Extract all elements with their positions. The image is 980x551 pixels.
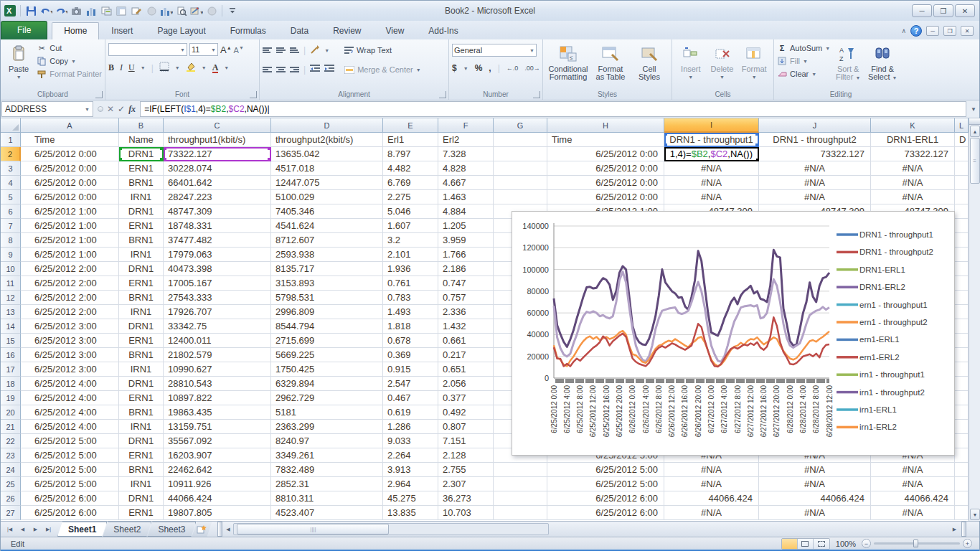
cell-L5[interactable] xyxy=(955,190,969,204)
number-dialog-launcher[interactable] xyxy=(533,91,540,98)
cell-L26[interactable] xyxy=(955,491,969,506)
cell-E20[interactable]: 0.619 xyxy=(383,405,438,420)
cell-B26[interactable]: DRN1 xyxy=(119,491,164,506)
zoom-in-icon[interactable]: + xyxy=(963,539,972,548)
undo-icon[interactable]: ▼ xyxy=(39,4,52,17)
cell-E17[interactable]: 0.915 xyxy=(383,362,438,377)
workbook-close-button[interactable]: ✕ xyxy=(961,26,974,36)
cell-L21[interactable] xyxy=(955,420,969,434)
cell-C14[interactable]: 33342.75 xyxy=(164,319,271,334)
cell-K25[interactable]: #N/A xyxy=(871,477,955,491)
cell-A9[interactable]: 6/25/2012 1:00 xyxy=(21,248,119,262)
cell-D21[interactable]: 2363.299 xyxy=(271,420,383,434)
increase-indent-icon[interactable] xyxy=(324,65,334,75)
cell-G2[interactable] xyxy=(494,147,547,161)
cell-D6[interactable]: 7405.346 xyxy=(271,204,383,219)
cell-C2[interactable]: 73322.127 xyxy=(164,147,271,161)
cell-L8[interactable] xyxy=(955,233,969,248)
cell-F20[interactable]: 0.492 xyxy=(438,405,494,420)
cell-F6[interactable]: 4.884 xyxy=(438,204,494,219)
first-sheet-icon[interactable]: |◀ xyxy=(4,524,16,535)
cell-L27[interactable] xyxy=(955,506,969,520)
cell-F9[interactable]: 1.766 xyxy=(438,248,494,262)
cell-J5[interactable]: #N/A xyxy=(759,190,871,204)
cell-G4[interactable] xyxy=(494,176,547,190)
cell-H27[interactable]: 6/25/2012 6:00 xyxy=(547,506,664,520)
format-painter-icon[interactable] xyxy=(130,4,143,17)
cell-C7[interactable]: 18748.331 xyxy=(164,219,271,233)
cell-B17[interactable]: IRN1 xyxy=(119,362,164,377)
cell-I25[interactable]: #N/A xyxy=(664,477,759,491)
cell-E5[interactable]: 2.275 xyxy=(383,190,438,204)
cell-E23[interactable]: 2.264 xyxy=(383,448,438,463)
cell-F21[interactable]: 0.807 xyxy=(438,420,494,434)
cell-E14[interactable]: 1.818 xyxy=(383,319,438,334)
cell-L10[interactable] xyxy=(955,262,969,276)
cell-G24[interactable] xyxy=(494,463,547,477)
cell-D11[interactable]: 3153.893 xyxy=(271,276,383,291)
cell-D19[interactable]: 2962.729 xyxy=(271,391,383,405)
cell-A16[interactable]: 6/25/2012 3:00 xyxy=(21,348,119,362)
clear-button[interactable]: Clear▼ xyxy=(777,67,830,80)
row-header-17[interactable]: 17 xyxy=(1,362,21,377)
cell-E4[interactable]: 6.769 xyxy=(383,176,438,190)
bold-button[interactable]: B xyxy=(108,62,114,73)
cell-C22[interactable]: 35567.092 xyxy=(164,434,271,448)
row-header-24[interactable]: 24 xyxy=(1,463,21,477)
cell-L13[interactable] xyxy=(955,305,969,319)
cell-G5[interactable] xyxy=(494,190,547,204)
font-name-combo[interactable]: ▼ xyxy=(108,43,187,56)
cell-C17[interactable]: 10990.627 xyxy=(164,362,271,377)
cell-D5[interactable]: 5100.029 xyxy=(271,190,383,204)
comma-style-icon[interactable]: , xyxy=(489,63,491,73)
reference-handle[interactable] xyxy=(119,147,122,150)
cell-J4[interactable]: #N/A xyxy=(759,176,871,190)
cell-A17[interactable]: 6/25/2012 3:00 xyxy=(21,362,119,377)
select-all-corner[interactable] xyxy=(1,118,21,133)
cell-E21[interactable]: 1.286 xyxy=(383,420,438,434)
cell-D26[interactable]: 8810.311 xyxy=(271,491,383,506)
format-cells-button[interactable]: Format▼ xyxy=(738,42,771,80)
column-header-B[interactable]: B xyxy=(119,118,164,133)
cell-L1[interactable]: D xyxy=(955,133,969,147)
cell-D20[interactable]: 5181 xyxy=(271,405,383,420)
cell-E27[interactable]: 13.835 xyxy=(383,506,438,520)
cell-B19[interactable]: ERN1 xyxy=(119,391,164,405)
cell-D22[interactable]: 8240.97 xyxy=(271,434,383,448)
wrap-text-button[interactable]: Wrap Text xyxy=(344,44,392,57)
cell-D2[interactable]: 13635.042 xyxy=(271,147,383,161)
cell-E3[interactable]: 4.482 xyxy=(383,161,438,176)
cell-H25[interactable]: 6/25/2012 5:00 xyxy=(547,477,664,491)
cell-A26[interactable]: 6/25/2012 6:00 xyxy=(21,491,119,506)
sort-filter-button[interactable]: AZ Sort &Filter ▼ xyxy=(831,42,864,81)
cell-F25[interactable]: 2.307 xyxy=(438,477,494,491)
sheet-tab-sheet1[interactable]: Sheet1 xyxy=(57,522,107,537)
cell-L15[interactable] xyxy=(955,334,969,348)
cell-E15[interactable]: 0.678 xyxy=(383,334,438,348)
paste-button[interactable]: Paste▼ xyxy=(4,42,34,80)
row-header-11[interactable]: 11 xyxy=(1,276,21,291)
cell-H5[interactable]: 6/25/2012 0:00 xyxy=(547,190,664,204)
cell-D17[interactable]: 1750.425 xyxy=(271,362,383,377)
cell-E13[interactable]: 1.493 xyxy=(383,305,438,319)
cell-I5[interactable]: #N/A xyxy=(664,190,759,204)
sheet-tab-sheet3[interactable]: Sheet3 xyxy=(147,522,196,537)
cancel-icon[interactable]: ✕ xyxy=(107,104,114,114)
cell-F2[interactable]: 7.328 xyxy=(438,147,494,161)
cell-K4[interactable]: #N/A xyxy=(871,176,955,190)
align-left-icon[interactable] xyxy=(263,66,272,73)
cell-E16[interactable]: 0.369 xyxy=(383,348,438,362)
cell-C23[interactable]: 16203.907 xyxy=(164,448,271,463)
cell-B6[interactable]: DRN1 xyxy=(119,204,164,219)
scroll-down-icon[interactable]: ▼ xyxy=(970,509,980,520)
cell-B20[interactable]: BRN1 xyxy=(119,405,164,420)
cell-E19[interactable]: 0.467 xyxy=(383,391,438,405)
cell-G25[interactable] xyxy=(494,477,547,491)
cell-D14[interactable]: 8544.794 xyxy=(271,319,383,334)
cell-B8[interactable]: BRN1 xyxy=(119,233,164,248)
cell-B16[interactable]: BRN1 xyxy=(119,348,164,362)
cell-F18[interactable]: 2.056 xyxy=(438,377,494,391)
cell-L2[interactable] xyxy=(955,147,969,161)
last-sheet-icon[interactable]: ▶| xyxy=(42,524,55,535)
cell-J24[interactable]: #N/A xyxy=(759,463,871,477)
